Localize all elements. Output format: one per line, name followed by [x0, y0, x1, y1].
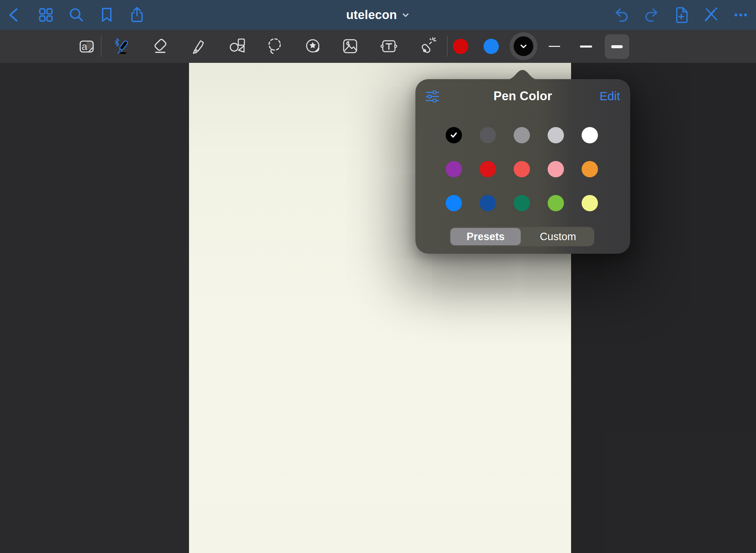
quick-color-black-selected[interactable]: [510, 32, 537, 60]
thickness-thick-selected[interactable]: [605, 34, 629, 59]
laser-pointer-tool[interactable]: [417, 37, 436, 56]
toolbar-divider: [447, 36, 448, 57]
color-swatch-white[interactable]: [582, 127, 598, 143]
eraser-tool[interactable]: [151, 37, 170, 56]
document-title[interactable]: utelecon: [346, 0, 410, 30]
search-icon[interactable]: [67, 5, 86, 24]
popover-title: Pen Color: [415, 87, 630, 105]
popover-arrow: [507, 68, 538, 79]
color-swatch-green[interactable]: [514, 195, 530, 211]
canvas-area: Pen Color Edit Presets Custom: [0, 63, 756, 553]
bluetooth-icon: [115, 38, 119, 46]
color-swatch-black[interactable]: [446, 127, 462, 143]
color-swatch-light-gray[interactable]: [548, 127, 564, 143]
pen-tool-selected[interactable]: [113, 37, 132, 56]
text-tool[interactable]: [379, 37, 398, 56]
navigation-bar: utelecon: [0, 0, 756, 30]
add-page-button[interactable]: [672, 5, 691, 24]
color-swatch-coral[interactable]: [514, 161, 530, 177]
image-tool[interactable]: [341, 37, 360, 56]
checkmark-icon: [448, 129, 460, 141]
thumbnails-grid-icon[interactable]: [36, 5, 55, 24]
highlighter-tool[interactable]: [189, 37, 208, 56]
document-title-text: utelecon: [346, 8, 397, 22]
edit-colors-button[interactable]: Edit: [600, 87, 620, 105]
title-chevron-down-icon: [401, 11, 410, 19]
chevron-down-icon: [518, 40, 529, 52]
popover-header: Pen Color Edit: [415, 87, 630, 105]
thick-stroke-bar: [611, 45, 623, 48]
selected-color-circle: [514, 36, 533, 56]
redo-button[interactable]: [642, 5, 661, 24]
share-icon[interactable]: [127, 5, 147, 24]
presets-custom-segmented-control: Presets Custom: [449, 227, 594, 246]
color-swatch-light-green[interactable]: [548, 195, 564, 211]
color-swatch-gray[interactable]: [514, 127, 530, 143]
color-swatch-purple[interactable]: [446, 161, 462, 177]
color-swatch-yellow[interactable]: [582, 195, 598, 211]
color-swatch-blue[interactable]: [446, 195, 462, 211]
more-options-button[interactable]: [731, 5, 750, 24]
color-swatch-red[interactable]: [480, 161, 496, 177]
color-swatch-orange[interactable]: [582, 161, 598, 177]
tools-toolbar: a: [0, 30, 756, 63]
thickness-medium[interactable]: [580, 46, 592, 48]
svg-text:a: a: [82, 41, 87, 52]
stickers-tool[interactable]: [303, 37, 322, 56]
quick-color-blue[interactable]: [484, 39, 499, 54]
back-button[interactable]: [5, 5, 24, 24]
stylus-mode-toggle[interactable]: [702, 5, 721, 24]
tab-custom[interactable]: Custom: [522, 227, 594, 246]
bookmark-icon[interactable]: [97, 5, 116, 24]
zoom-window-tool[interactable]: a: [77, 37, 96, 56]
color-swatch-navy[interactable]: [480, 195, 496, 211]
undo-button[interactable]: [612, 5, 631, 24]
color-swatch-dark-gray[interactable]: [480, 127, 496, 143]
color-swatch-pink[interactable]: [548, 161, 564, 177]
toolbar-divider: [101, 36, 102, 57]
shapes-tool[interactable]: [228, 37, 247, 56]
quick-color-red[interactable]: [453, 39, 468, 54]
lasso-tool[interactable]: [265, 37, 284, 56]
tab-presets[interactable]: Presets: [449, 227, 522, 246]
thickness-thin[interactable]: [549, 46, 560, 47]
pen-color-grid: [446, 127, 598, 211]
pen-color-popover: Pen Color Edit Presets Custom: [415, 79, 630, 254]
app-screen: utelecon: [0, 0, 756, 553]
